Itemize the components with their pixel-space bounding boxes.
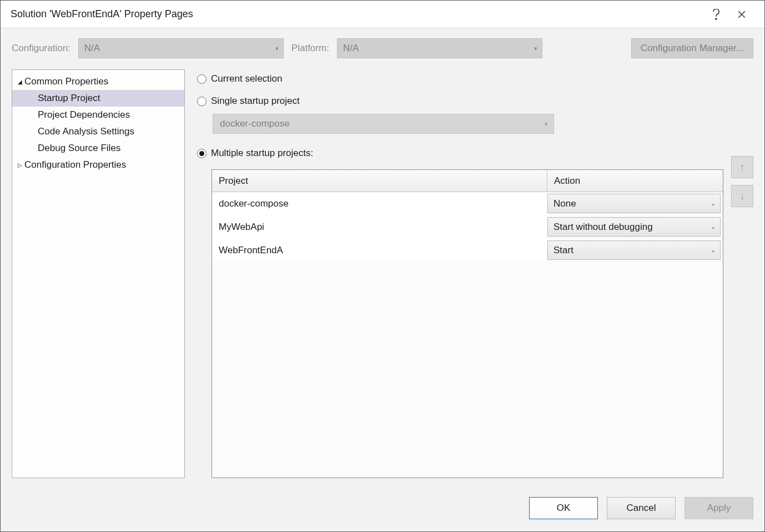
configuration-value: N/A: [84, 43, 100, 54]
radio-single-startup[interactable]: Single startup project: [197, 92, 723, 111]
svg-point-0: [716, 18, 717, 19]
move-down-button[interactable]: ↓: [731, 185, 753, 207]
cancel-button[interactable]: Cancel: [607, 497, 676, 519]
radio-current-selection[interactable]: Current selection: [197, 69, 723, 88]
titlebar: Solution 'WebFrontEndA' Property Pages: [1, 1, 764, 28]
tree-node-common-properties[interactable]: ◢ Common Properties: [12, 73, 184, 90]
move-up-button[interactable]: ↑: [731, 156, 753, 178]
tree-node-code-analysis-settings[interactable]: Code Analysis Settings: [12, 123, 184, 140]
table-row[interactable]: WebFrontEndA Start ⌄: [212, 239, 723, 262]
chevron-down-icon: ⌄: [711, 247, 716, 254]
arrow-down-icon: ↓: [740, 190, 745, 202]
close-button[interactable]: [729, 2, 754, 27]
radio-icon[interactable]: [197, 97, 207, 106]
configuration-combo: N/A ▾: [78, 38, 284, 58]
dialog-button-bar: OK Cancel Apply: [1, 489, 764, 531]
action-combo[interactable]: Start ⌄: [547, 240, 721, 260]
chevron-down-icon: ⌄: [711, 200, 716, 207]
action-combo[interactable]: None ⌄: [547, 194, 721, 213]
ok-button[interactable]: OK: [529, 497, 598, 519]
single-startup-combo: docker-compose ▾: [213, 114, 554, 134]
triangle-right-icon[interactable]: ▷: [16, 162, 24, 168]
chevron-down-icon: ▾: [534, 45, 537, 52]
tree-node-startup-project[interactable]: Startup Project: [12, 90, 184, 107]
platform-label: Platform:: [291, 43, 329, 54]
configuration-bar: Configuration: N/A ▾ Platform: N/A ▾ Con…: [1, 28, 764, 62]
cell-project[interactable]: MyWebApi: [212, 215, 547, 238]
table-row[interactable]: MyWebApi Start without debugging ⌄: [212, 215, 723, 239]
platform-value: N/A: [343, 43, 359, 54]
header-project[interactable]: Project: [212, 170, 547, 192]
radio-icon[interactable]: [197, 74, 207, 84]
tree-node-configuration-properties[interactable]: ▷ Configuration Properties: [12, 157, 184, 173]
header-action[interactable]: Action: [547, 170, 723, 192]
apply-button: Apply: [685, 497, 753, 519]
chevron-down-icon: ⌄: [711, 223, 716, 230]
configuration-manager-button: Configuration Manager...: [631, 38, 753, 58]
help-button[interactable]: [703, 2, 729, 27]
tree-node-project-dependencies[interactable]: Project Dependencies: [12, 107, 184, 123]
arrow-up-icon: ↑: [740, 162, 745, 173]
property-tree[interactable]: ◢ Common Properties Startup Project Proj…: [12, 69, 185, 478]
configuration-label: Configuration:: [12, 43, 71, 54]
content-area: ◢ Common Properties Startup Project Proj…: [1, 62, 764, 489]
chevron-down-icon: ▾: [545, 121, 548, 128]
platform-combo: N/A ▾: [337, 38, 542, 58]
table-header: Project Action: [212, 170, 723, 192]
reorder-buttons: ↑ ↓: [731, 69, 753, 478]
cell-project[interactable]: docker-compose: [212, 192, 547, 215]
window-title: Solution 'WebFrontEndA' Property Pages: [11, 8, 703, 20]
projects-table: Project Action docker-compose None ⌄ MyW…: [212, 169, 723, 478]
tree-node-debug-source-files[interactable]: Debug Source Files: [12, 140, 184, 157]
chevron-down-icon: ▾: [275, 45, 279, 52]
triangle-down-icon[interactable]: ◢: [16, 79, 24, 85]
cell-project[interactable]: WebFrontEndA: [212, 239, 547, 262]
radio-multiple-startup[interactable]: Multiple startup projects:: [197, 144, 723, 163]
settings-panel: Current selection Single startup project…: [197, 69, 753, 478]
table-row[interactable]: docker-compose None ⌄: [212, 192, 723, 215]
action-combo[interactable]: Start without debugging ⌄: [547, 217, 721, 237]
radio-icon[interactable]: [197, 149, 207, 158]
